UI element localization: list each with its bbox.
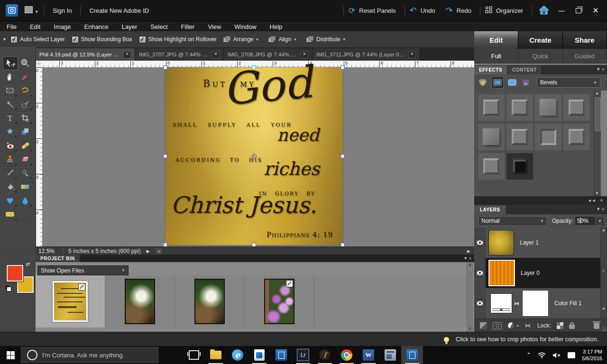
selection-handle[interactable] [340, 154, 345, 158]
lasso-tool[interactable] [18, 84, 32, 97]
layers-tab[interactable]: LAYERS [474, 205, 506, 214]
layer-name[interactable]: Layer 0 [521, 270, 540, 276]
move-tool[interactable] [3, 56, 18, 70]
effects-scrollbar[interactable]: ▲ ▼ [594, 91, 601, 196]
layer-mask-thumbnail[interactable] [522, 290, 549, 317]
checkbox-check-icon[interactable]: ✓ [139, 36, 146, 43]
organizer-button[interactable]: Organizer [496, 7, 523, 14]
home-button[interactable] [539, 5, 549, 16]
checkbox-check-icon[interactable]: ✓ [10, 36, 18, 43]
minimize-button[interactable]: — [555, 6, 568, 15]
button-distribute[interactable]: Distribute▼ [306, 36, 346, 43]
create-adobe-id-link[interactable]: Create New Adobe ID [89, 7, 149, 14]
cortana-search-box[interactable]: I'm Cortana. Ask me anything. [21, 347, 158, 363]
volume-muted-icon[interactable] [552, 352, 561, 358]
button-arrange[interactable]: Arrange▼ [223, 36, 259, 43]
selection-handle[interactable] [252, 65, 256, 70]
menu-view[interactable]: View [201, 21, 228, 32]
zoom-tool[interactable] [18, 56, 32, 69]
sponge-tool[interactable] [3, 208, 17, 220]
bin-thumbnail-img-3708[interactable] [175, 275, 245, 328]
smart-brush-tool[interactable] [18, 166, 32, 179]
sign-in-link[interactable]: Sign In [53, 7, 72, 14]
show-open-files-dropdown[interactable]: Show Open Files▼ [37, 265, 129, 275]
document-tab-2[interactable]: IMG_3707.JPG @ 7.44% (RGB/8) *✕ [135, 48, 224, 61]
panel-tab-effects[interactable]: EFFECTS [474, 65, 507, 74]
layout-selector-button[interactable]: ▼ [25, 6, 39, 15]
visibility-toggle[interactable] [474, 228, 486, 258]
menu-layer[interactable]: Layer [115, 21, 144, 32]
menu-help[interactable]: Help [263, 21, 289, 32]
bin-thumbnail-phil-4-19[interactable] [36, 275, 105, 328]
menu-edit[interactable]: Edit [23, 21, 47, 32]
start-button[interactable] [0, 346, 21, 364]
bevel-preset-5[interactable] [478, 124, 505, 150]
layers-panel-menu-icon[interactable]: ▼ ≡ [596, 207, 604, 211]
tip-text[interactable]: Click to see how to crop photos for bett… [456, 336, 598, 343]
layer-thumbnail[interactable] [488, 260, 515, 286]
checkbox-check-icon[interactable]: ✓ [72, 36, 79, 43]
bin-thumbnail-img-3707[interactable] [105, 275, 175, 328]
menu-filter[interactable]: Filter [175, 21, 202, 32]
menu-window[interactable]: Window [228, 21, 263, 32]
show-hidden-icons-chevron[interactable]: ⌃ [526, 352, 531, 358]
selection-handle[interactable] [163, 65, 167, 70]
file-explorer-button[interactable] [205, 346, 227, 364]
wifi-icon[interactable] [538, 352, 546, 358]
bevel-preset-7[interactable] [535, 124, 561, 150]
crop-tool[interactable] [18, 111, 32, 124]
brush-tool[interactable] [3, 166, 17, 179]
scroll-down-icon[interactable]: ▼ [467, 326, 473, 332]
lock-all-icon[interactable] [569, 322, 575, 329]
red-eye-tool[interactable] [3, 139, 17, 152]
bevel-preset-8[interactable] [563, 124, 590, 150]
layer-name[interactable]: Color Fill 1 [554, 300, 581, 307]
edge-browser-button[interactable]: e [227, 346, 248, 364]
type-tool[interactable]: T [3, 111, 17, 124]
default-colors-icon[interactable] [5, 285, 11, 291]
edit-mode-quick[interactable]: Quick [518, 49, 562, 63]
pse-editor-button[interactable] [401, 346, 423, 364]
spot-healing-tool[interactable] [18, 139, 32, 152]
document-tab-4[interactable]: IMG_3711.JPG @ 7.44% (Layer 0, RGB/8) *✕ [313, 48, 420, 61]
mode-tab-share[interactable]: Share [563, 31, 607, 49]
status-scroll-arrow[interactable]: ▶ [467, 249, 470, 254]
edit-mode-full[interactable]: Full [474, 49, 518, 63]
tab-close-icon[interactable]: ✕ [408, 51, 416, 58]
adjustment-layer-icon[interactable]: ▼ [507, 322, 519, 329]
delete-layer-icon[interactable] [594, 323, 599, 329]
checkbox-show-highlight-on-rollover[interactable]: ✓Show Highlight on Rollover [139, 36, 217, 43]
lightroom-button[interactable]: Lr [292, 346, 314, 364]
chrome-button[interactable] [336, 346, 358, 364]
mode-tab-edit[interactable]: Edit [474, 31, 518, 49]
blend-mode-dropdown[interactable]: Normal▼ [478, 216, 547, 226]
checkbox-show-bounding-box[interactable]: ✓Show Bounding Box [72, 36, 132, 43]
photo-effects-icon[interactable] [506, 77, 518, 88]
checkbox-auto-select-layer[interactable]: ✓Auto Select Layer [10, 36, 65, 43]
bevel-preset-2[interactable] [506, 94, 533, 121]
layer-row-layer-0[interactable]: Layer 0 [474, 258, 600, 289]
swap-colors-icon[interactable]: ⇄ [26, 261, 30, 267]
opacity-dropdown-arrow[interactable]: ▼ [596, 216, 605, 226]
button-align[interactable]: Align▼ [268, 36, 297, 43]
layer-styles-icon[interactable] [491, 76, 504, 89]
close-panel-icon[interactable]: ✕ [599, 198, 603, 203]
bin-thumbnail-img-3711[interactable] [245, 275, 314, 328]
scroll-up-icon[interactable]: ▲ [467, 262, 473, 268]
paint-bucket-tool[interactable] [3, 180, 17, 193]
options-collapse-arrow[interactable]: ▼ [2, 37, 7, 42]
effects-panel-menu-icon[interactable]: ▼ ≡ [596, 67, 604, 72]
status-options-arrow[interactable]: ▶ [147, 249, 150, 254]
bevel-preset-6[interactable] [506, 124, 533, 150]
new-fill-layer-icon[interactable] [480, 322, 487, 329]
link-layers-icon[interactable]: ⧓ [525, 322, 531, 329]
undo-button[interactable]: Undo [421, 7, 435, 14]
filters-icon[interactable] [477, 77, 488, 88]
scroll-down-icon[interactable]: ▼ [601, 306, 607, 312]
scroll-up-icon[interactable]: ▲ [601, 228, 607, 233]
menu-file[interactable]: File [0, 21, 23, 32]
layer-thumbnail[interactable] [488, 230, 514, 255]
blur-tool[interactable] [18, 194, 32, 207]
redo-button[interactable]: Redo [457, 7, 471, 14]
recompose-tool[interactable] [18, 125, 32, 138]
